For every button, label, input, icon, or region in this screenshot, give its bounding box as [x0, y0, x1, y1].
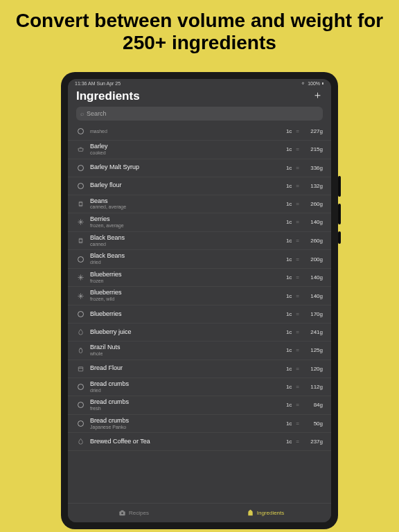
ingredient-row[interactable]: Barleycooked1c=215g — [68, 141, 331, 159]
conversion-values: 1c=260g — [286, 238, 323, 244]
conversion-values: 1c=132g — [286, 183, 323, 189]
conversion-values: 1c=215g — [286, 146, 323, 152]
ingredient-row[interactable]: Berriesfrozen, average1c=140g — [68, 213, 331, 232]
ingredient-icon — [76, 328, 85, 337]
svg-point-3 — [79, 349, 82, 353]
conversion-values: 1c=84g — [286, 402, 323, 408]
ingredient-row[interactable]: Blueberriesfrozen, wild1c=140g — [68, 287, 331, 305]
ingredient-row[interactable]: Barley flour1c=132g — [68, 177, 331, 195]
weight-value: 120g — [303, 366, 323, 372]
volume-value: 1c — [286, 256, 292, 263]
conversion-values: 1c=140g — [286, 219, 323, 225]
weight-value: 140g — [303, 219, 323, 225]
ingredient-row[interactable]: Bread crumbsdried1c=112g — [68, 378, 331, 397]
ingredient-row[interactable]: Bread crumbsfresh1c=84g — [68, 396, 331, 415]
volume-value: 1c — [286, 293, 292, 299]
ingredient-name: Bread crumbs — [90, 381, 286, 388]
volume-value: 1c — [286, 128, 292, 134]
ingredient-row[interactable]: Black Beansdried1c=200g — [68, 250, 331, 269]
ingredient-row[interactable]: Beanscanned, average1c=260g — [68, 195, 331, 214]
equals-sign: = — [296, 420, 299, 427]
ingredient-icon — [76, 200, 85, 208]
equals-sign: = — [296, 274, 299, 281]
ingredient-icon — [76, 237, 85, 245]
weight-value: 200g — [303, 256, 323, 263]
ingredient-subtitle: dried — [90, 388, 286, 393]
ingredient-list[interactable]: mashed1c=227gBarleycooked1c=215gBarley M… — [68, 123, 331, 503]
equals-sign: = — [296, 165, 299, 171]
screen: 11:36 AM Sun Apr 25 ᯤ 100% ▮ Ingredients… — [68, 79, 331, 522]
ingredient-name: Brazil Nuts — [90, 344, 286, 351]
status-time: 11:36 AM Sun Apr 25 — [75, 81, 121, 86]
conversion-values: 1c=50g — [286, 420, 323, 427]
equals-sign: = — [296, 293, 299, 299]
weight-value: 140g — [303, 293, 323, 299]
ingredient-name: Bread crumbs — [90, 418, 286, 425]
hw-button — [338, 231, 341, 244]
conversion-values: 1c=200g — [286, 256, 323, 263]
search-input[interactable]: ⌕ Search ＋ — [76, 107, 323, 121]
conversion-values: 1c=227g — [286, 128, 323, 134]
equals-sign: = — [296, 438, 299, 445]
ingredient-icon — [76, 255, 85, 263]
ingredient-row[interactable]: Blueberry juice1c=241g — [68, 323, 331, 342]
ingredient-row[interactable]: Bread Flour1c=120g — [68, 360, 331, 378]
weight-value: 84g — [303, 402, 323, 408]
ingredient-name-block: Blueberries — [90, 311, 286, 318]
weight-value: 237g — [303, 438, 323, 445]
ingredient-subtitle: cooked — [90, 150, 286, 156]
ingredient-row[interactable]: Barley Malt Syrup1c=336g — [68, 159, 331, 177]
equals-sign: = — [296, 238, 299, 244]
ingredient-icon — [76, 274, 85, 282]
ingredient-row[interactable]: Blueberriesfrozen1c=140g — [68, 269, 331, 287]
ingredient-name: Blueberries — [90, 311, 286, 318]
ingredient-row[interactable]: mashed1c=227g — [68, 123, 331, 141]
volume-value: 1c — [286, 347, 292, 353]
equals-sign: = — [296, 183, 299, 189]
hw-button — [338, 176, 341, 197]
ingredient-name: Blueberries — [90, 290, 286, 296]
svg-point-6 — [121, 513, 123, 515]
tab-label: Ingredients — [257, 510, 285, 516]
equals-sign: = — [296, 311, 299, 317]
ingredient-name-block: mashed — [90, 129, 286, 134]
ingredient-subtitle: frozen — [90, 278, 286, 284]
ingredient-row[interactable]: Blueberries1c=170g — [68, 305, 331, 323]
equals-sign: = — [296, 329, 299, 335]
ingredient-row[interactable]: Bread crumbsJapanese Panko1c=50g — [68, 415, 331, 434]
ingredient-name: Black Beans — [90, 235, 286, 242]
camera-icon — [118, 509, 126, 517]
ingredient-name-block: Bread Flour — [90, 365, 286, 372]
ingredient-row[interactable]: Brewed Coffee or Tea1c=237g — [68, 433, 331, 451]
ingredient-icon — [76, 163, 85, 172]
ingredient-subtitle: dried — [90, 260, 286, 265]
conversion-values: 1c=336g — [286, 165, 323, 171]
ingredient-name-block: Black Beanscanned — [90, 235, 286, 247]
ingredient-subtitle: frozen, wild — [90, 296, 286, 302]
ingredient-name: Beans — [90, 198, 286, 205]
tab-recipes[interactable]: Recipes — [68, 504, 200, 522]
weight-value: 50g — [303, 420, 323, 427]
add-button[interactable]: ＋ — [312, 89, 323, 102]
ingredient-name: Bread Flour — [90, 365, 286, 372]
svg-rect-2 — [79, 238, 82, 242]
volume-value: 1c — [286, 311, 292, 317]
volume-value: 1c — [286, 201, 292, 207]
ingredient-icon — [76, 145, 85, 154]
weight-value: 260g — [303, 201, 323, 207]
ingredient-name-block: Barley Malt Syrup — [90, 164, 286, 171]
tab-ingredients[interactable]: Ingredients — [200, 504, 331, 522]
weight-value: 336g — [303, 165, 323, 171]
volume-value: 1c — [286, 420, 292, 427]
conversion-values: 1c=120g — [286, 366, 323, 372]
equals-sign: = — [296, 384, 299, 390]
ingredient-name: Barley flour — [90, 182, 286, 189]
ingredient-icon — [76, 181, 85, 190]
conversion-values: 1c=140g — [286, 293, 323, 299]
equals-sign: = — [296, 128, 299, 134]
ingredient-row[interactable]: Black Beanscanned1c=260g — [68, 232, 331, 251]
ingredient-name-block: Brazil Nutswhole — [90, 344, 286, 357]
ingredient-row[interactable]: Brazil Nutswhole1c=125g — [68, 342, 331, 360]
ingredient-subtitle: Japanese Panko — [90, 425, 286, 430]
ingredient-icon — [76, 310, 85, 319]
